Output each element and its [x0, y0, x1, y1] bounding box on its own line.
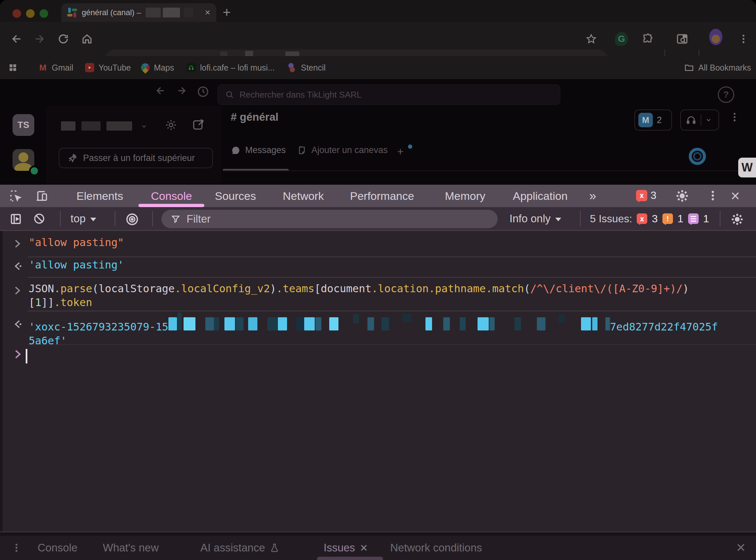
forward-icon[interactable] [33, 32, 46, 45]
add-tab-button[interactable]: + [397, 145, 404, 158]
console-settings-gear-icon[interactable] [730, 213, 744, 226]
inspect-element-icon[interactable] [9, 189, 23, 203]
extensions-puzzle-icon[interactable] [641, 32, 654, 45]
traffic-light-close[interactable] [13, 9, 21, 18]
console-echo-line[interactable]: "allow pasting" [29, 236, 750, 249]
compose-icon[interactable] [192, 118, 205, 131]
bookmark-gmail[interactable]: M Gmail [38, 56, 73, 79]
console-separator [28, 277, 756, 278]
help-icon[interactable]: ? [718, 86, 734, 103]
bookmark-maps[interactable]: Maps [141, 56, 174, 79]
member-count: 2 [657, 115, 662, 125]
console-filter-input[interactable]: Filter [162, 210, 498, 228]
channel-members-button[interactable]: M 2 [634, 109, 672, 131]
channel-title[interactable]: # général [231, 111, 278, 123]
tab-add-canvas[interactable]: Ajouter un canevas [297, 145, 387, 155]
drawer-tab-ai-assistance[interactable]: AI assistance [201, 536, 279, 560]
devtools-menu-icon[interactable] [707, 189, 719, 202]
caret-down-icon [555, 218, 561, 221]
context-selector[interactable]: top [70, 207, 96, 230]
console-text-cursor[interactable] [26, 349, 27, 363]
bookmark-lofi[interactable]: lofi.cafe – lofi musi... [187, 56, 274, 79]
result-arrow-icon [13, 261, 22, 271]
console-expression-line[interactable]: JSON.parse(localStorage.localConfig_v2).… [29, 282, 750, 309]
upgrade-plan-button[interactable]: Passer à un forfait supérieur [59, 148, 213, 168]
drawer-menu-icon[interactable] [10, 536, 23, 560]
profile-avatar[interactable] [709, 31, 722, 43]
apps-grid-icon[interactable] [8, 56, 18, 79]
issues-counter[interactable]: 5 Issues: x 3 ! 1 1 [590, 207, 709, 230]
devtools-tab-network[interactable]: Network [283, 185, 324, 207]
all-bookmarks[interactable]: All Bookmarks [684, 56, 751, 79]
drawer-tab-console[interactable]: Console [38, 536, 78, 560]
browser-window: général (canal) – × + GA4U48BT [0, 0, 756, 560]
slack-sidebar-panel: Passer à un forfait supérieur [46, 105, 222, 185]
drawer-tab-issues[interactable]: Issues ✕ [323, 536, 368, 560]
console-toolbar: top Filter Info only 5 Issues: x 3 ! 1 1 [0, 207, 756, 231]
devtools-tab-application[interactable]: Application [513, 185, 567, 207]
console-output[interactable]: "allow pasting" 'allow pasting' JSON.par… [0, 231, 756, 532]
console-separator [28, 344, 756, 345]
devtools-close-icon[interactable]: ✕ [730, 189, 740, 203]
issues-tab-close-icon[interactable]: ✕ [360, 542, 368, 554]
toolbar-divider [60, 211, 61, 226]
stencil-icon [287, 63, 297, 72]
back-icon[interactable] [10, 32, 23, 45]
clear-console-icon[interactable] [33, 213, 45, 225]
folder-icon [684, 63, 694, 73]
devtools-tab-memory[interactable]: Memory [445, 185, 485, 207]
grammarly-extension-icon[interactable]: G [615, 32, 628, 45]
filter-placeholder: Filter [187, 213, 211, 225]
tabs-hairline [223, 171, 756, 171]
traffic-light-zoom[interactable] [40, 9, 48, 18]
rocket-icon [67, 153, 78, 163]
notification-dot [408, 144, 412, 149]
tab-messages[interactable]: Messages [231, 145, 286, 155]
drawer-tab-network-conditions[interactable]: Network conditions [390, 536, 482, 560]
bookmarks-bar: M Gmail YouTube Maps lofi.cafe – lofi mu… [0, 56, 756, 79]
history-clock-icon[interactable] [196, 85, 210, 98]
browser-tab[interactable]: général (canal) – × [61, 3, 216, 22]
devtools-tab-sources[interactable]: Sources [215, 185, 256, 207]
workspace-avatar[interactable]: TS [13, 114, 34, 136]
prompt-chevron-icon [13, 349, 22, 359]
tab-close-icon[interactable]: × [205, 8, 210, 17]
traffic-light-minimize[interactable] [26, 9, 35, 18]
chevron-down-icon[interactable] [705, 117, 712, 123]
drawer-tab-whats-new[interactable]: What's new [103, 536, 159, 560]
reload-icon[interactable] [57, 32, 70, 45]
log-level-selector[interactable]: Info only [509, 207, 561, 230]
workspace-name-redaction[interactable] [61, 121, 132, 132]
devtools-tab-elements[interactable]: Elements [77, 185, 123, 207]
new-tab-button[interactable]: + [219, 5, 235, 20]
huddle-button[interactable] [680, 109, 719, 131]
drawer-close-icon[interactable]: ✕ [734, 536, 748, 560]
device-toolbar-icon[interactable] [35, 189, 49, 203]
bookmark-youtube[interactable]: YouTube [85, 56, 131, 79]
browser-menu-icon[interactable] [737, 32, 750, 45]
live-expression-eye-icon[interactable] [125, 213, 139, 226]
channel-menu-icon[interactable] [729, 112, 740, 123]
member-avatar: M [638, 113, 653, 127]
devtools-tab-performance[interactable]: Performance [350, 185, 414, 207]
more-tabs-icon[interactable]: » [589, 185, 596, 207]
toolbar-divider [720, 211, 720, 226]
w-widget-badge[interactable]: W [738, 158, 756, 177]
bookmark-stencil[interactable]: Stencil [287, 56, 326, 79]
side-search-icon[interactable] [676, 32, 689, 45]
caret-down-icon [90, 218, 96, 221]
console-errors-badge[interactable]: x 3 [636, 189, 656, 201]
slack-back-icon[interactable] [155, 85, 166, 96]
console-left-edge [0, 231, 3, 532]
console-result-line[interactable]: 'allow pasting' [29, 258, 750, 272]
assistant-ring-icon[interactable] [689, 148, 706, 165]
bookmark-star-icon[interactable] [585, 32, 598, 45]
maps-icon [140, 62, 152, 74]
console-token-result[interactable]: 'xoxc-1526793235079-157ed8277d22f47025f … [29, 315, 750, 347]
gear-icon[interactable] [165, 119, 177, 131]
slack-forward-icon[interactable] [176, 85, 187, 96]
console-sidebar-icon[interactable] [9, 213, 22, 225]
home-icon[interactable] [80, 32, 93, 45]
devtools-settings-gear-icon[interactable] [675, 189, 689, 203]
slack-search-input[interactable]: Rechercher dans TikLight SARL [217, 84, 560, 105]
